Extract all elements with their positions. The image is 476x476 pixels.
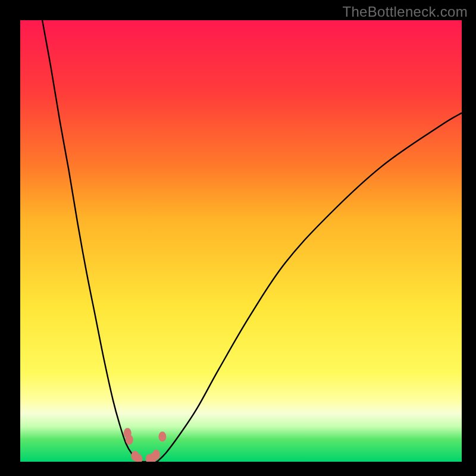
chart-svg: [20, 20, 462, 462]
right-curve: [157, 113, 462, 462]
data-marker: [158, 431, 166, 441]
left-curve: [42, 20, 139, 462]
watermark-text: TheBottleneck.com: [342, 4, 468, 20]
data-markers: [124, 428, 167, 462]
chart-plot-area: [20, 20, 462, 462]
data-marker: [152, 450, 160, 460]
data-marker: [126, 434, 133, 444]
